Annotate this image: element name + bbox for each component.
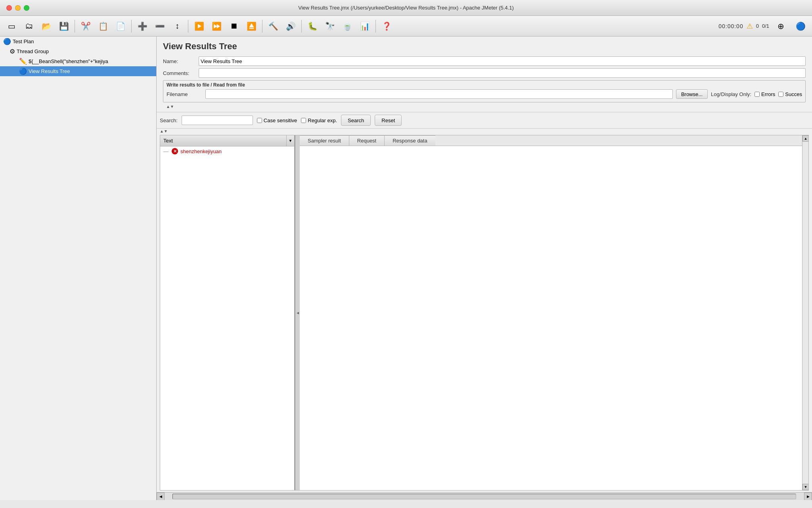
tabs-header: Sampler result Request Response data <box>300 135 802 146</box>
tab-request-label: Request <box>357 138 376 144</box>
divider-top: ▲ ▼ <box>163 104 806 109</box>
scroll-down-button[interactable]: ▼ <box>802 484 809 490</box>
divider-bottom: ▲ ▼ <box>157 129 812 133</box>
clear-all-button[interactable]: 🔊 <box>282 18 299 34</box>
open-templates-button[interactable]: 🗂 <box>21 18 37 34</box>
scroll-left-button[interactable]: ◀ <box>157 493 165 500</box>
success-checkbox[interactable] <box>778 92 783 97</box>
separator-3 <box>188 20 188 33</box>
scroll-up-button[interactable]: ▲ <box>802 135 809 142</box>
stop-button[interactable]: ⏹ <box>226 18 242 34</box>
result-label: shenzhenkejiyuan <box>180 148 222 154</box>
success-label: Succes <box>785 91 802 97</box>
tab-sampler-result-label: Sampler result <box>308 138 341 144</box>
search-button[interactable]: Search <box>341 115 371 126</box>
cut-button[interactable]: ✂️ <box>77 18 94 34</box>
thread-group-label: Thread Group <box>17 48 49 54</box>
filename-input[interactable] <box>205 89 673 99</box>
tab-response-data-label: Response data <box>393 138 427 144</box>
horizontal-scrollbar-track[interactable] <box>172 494 796 499</box>
help-button[interactable]: ❓ <box>378 18 395 34</box>
right-panel: View Results Tree Name: Comments: Write … <box>157 37 812 500</box>
test-plan-icon: 🔵 <box>3 38 11 45</box>
regular-exp-checkbox[interactable] <box>301 118 306 123</box>
collapse-up-icon[interactable]: ▲ <box>166 104 170 109</box>
sidebar-item-thread-group[interactable]: ⚙ Thread Group <box>0 46 156 56</box>
close-button[interactable] <box>6 5 12 11</box>
errors-checkbox-label[interactable]: Errors <box>755 91 775 97</box>
debug-button[interactable]: 🐛 <box>304 18 321 34</box>
name-row: Name: <box>163 56 806 66</box>
comments-row: Comments: <box>163 68 806 78</box>
shutdown-button[interactable]: ⏏️ <box>243 18 260 34</box>
toolbar-right: 00:00:00 ⚠ 0 0/1 ⊕ 🔵 <box>718 18 809 34</box>
thread-group-icon: ⚙ <box>10 48 15 55</box>
main-layout: 🔵 Test Plan ⚙ Thread Group ✏️ ${__BeanSh… <box>0 37 812 500</box>
regular-exp-label[interactable]: Regular exp. <box>301 117 337 123</box>
vertical-scrollbar: ▲ ▼ <box>802 135 808 490</box>
log-display-label: Log/Display Only: <box>711 91 751 97</box>
results-area: Text ▼ — ✕ shenzhenkejiyuan ◀ Sampler re… <box>160 135 809 491</box>
sidebar-item-test-plan[interactable]: 🔵 Test Plan <box>0 37 156 46</box>
jmeter-icon[interactable]: 🍵 <box>339 18 356 34</box>
result-dash: — <box>163 148 169 154</box>
start-no-pause-button[interactable]: ⏩ <box>208 18 225 34</box>
new-button[interactable]: ▭ <box>3 18 20 34</box>
scroll-track[interactable] <box>802 142 808 484</box>
collapse-up-2-icon[interactable]: ▲ <box>160 129 164 133</box>
success-checkbox-label[interactable]: Succes <box>778 91 802 97</box>
report-button[interactable]: 📊 <box>356 18 373 34</box>
remove-button[interactable]: ➖ <box>151 18 168 34</box>
scroll-right-button[interactable]: ▶ <box>804 493 812 500</box>
remote-button[interactable]: ⊕ <box>772 18 789 34</box>
column-dropdown-arrow[interactable]: ▼ <box>286 135 294 146</box>
results-tree-panel: Text ▼ — ✕ shenzhenkejiyuan <box>160 135 295 490</box>
search-toolbar-button[interactable]: 🔭 <box>322 18 338 34</box>
name-input[interactable] <box>199 56 806 66</box>
save-button[interactable]: 💾 <box>56 18 72 34</box>
separator-2 <box>131 20 132 33</box>
error-icon: ✕ <box>172 148 178 154</box>
maximize-button[interactable] <box>24 5 29 11</box>
collapse-down-2-icon[interactable]: ▼ <box>164 129 168 133</box>
tab-request[interactable]: Request <box>349 135 384 146</box>
filename-row: Filename Browse... Log/Display Only: Err… <box>167 89 802 99</box>
error-counter: 0 <box>756 23 759 29</box>
copy-button[interactable]: 📋 <box>95 18 111 34</box>
bottom-scrollbar-bar: ◀ ▶ <box>157 492 812 500</box>
name-label: Name: <box>163 58 199 64</box>
start-button[interactable]: ▶️ <box>191 18 207 34</box>
sidebar-item-view-results-tree[interactable]: 🔵 View Results Tree <box>0 66 156 76</box>
result-item-shenzhenkejiyuan[interactable]: — ✕ shenzhenkejiyuan <box>160 146 294 156</box>
regular-exp-text: Regular exp. <box>308 117 337 123</box>
sidebar-item-beanshell[interactable]: ✏️ ${__BeanShell("shenzhen"+"kejiya <box>0 56 156 66</box>
search-input[interactable] <box>182 115 253 125</box>
window-controls <box>6 5 29 11</box>
panel-resize-handle[interactable]: ◀ <box>295 135 300 490</box>
browse-button[interactable]: Browse... <box>676 89 708 99</box>
beanshell-label: ${__BeanShell("shenzhen"+"kejiya <box>29 58 108 64</box>
options-button[interactable]: 🔵 <box>792 18 809 34</box>
clear-current-button[interactable]: 🔨 <box>265 18 282 34</box>
paste-button[interactable]: 📄 <box>112 18 129 34</box>
errors-checkbox[interactable] <box>755 92 760 97</box>
tab-response-data[interactable]: Response data <box>384 135 435 146</box>
comments-input[interactable] <box>199 68 806 78</box>
window-title: View Results Tree.jmx (/Users/yurkee/Des… <box>298 5 514 11</box>
result-tabs-area: Sampler result Request Response data <box>300 135 802 490</box>
case-sensitive-label[interactable]: Case sensitive <box>257 117 297 123</box>
search-bar: Search: Case sensitive Regular exp. Sear… <box>157 112 812 129</box>
move-button[interactable]: ↕️ <box>169 18 186 34</box>
case-sensitive-text: Case sensitive <box>264 117 297 123</box>
open-button[interactable]: 📂 <box>38 18 55 34</box>
case-sensitive-checkbox[interactable] <box>257 118 262 123</box>
add-button[interactable]: ➕ <box>134 18 151 34</box>
minimize-button[interactable] <box>15 5 21 11</box>
tab-sampler-result[interactable]: Sampler result <box>300 135 349 146</box>
errors-label: Errors <box>761 91 775 97</box>
titlebar: View Results Tree.jmx (/Users/yurkee/Des… <box>0 0 812 16</box>
toolbar: ▭ 🗂 📂 💾 ✂️ 📋 📄 ➕ ➖ ↕️ ▶️ ⏩ ⏹ ⏏️ 🔨 🔊 🐛 🔭 … <box>0 16 812 37</box>
reset-button[interactable]: Reset <box>375 115 402 126</box>
test-plan-label: Test Plan <box>13 38 34 44</box>
collapse-down-icon[interactable]: ▼ <box>170 104 174 109</box>
